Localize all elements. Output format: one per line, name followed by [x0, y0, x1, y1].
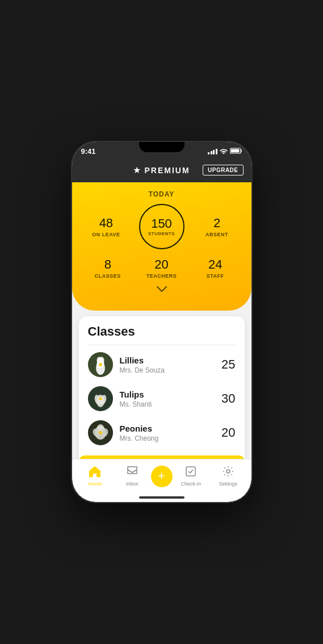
staff-stat: 24 STAFF [188, 257, 242, 279]
today-stats-section: TODAY 48 ON LEAVE 150 STUDENTS 2 ABSENT [72, 182, 251, 311]
classes-card: Classes Lillies [79, 316, 245, 459]
class-avatar-tulips [88, 386, 113, 411]
students-ring: 150 STUDENTS [139, 204, 184, 249]
svg-point-17 [99, 431, 102, 434]
staff-label: STAFF [188, 273, 242, 279]
chevron-down-icon[interactable] [81, 285, 242, 294]
status-icons [208, 148, 242, 155]
list-item[interactable]: Lillies Mrs. De Souza 25 [88, 348, 236, 382]
nav-item-inbox[interactable]: Inbox [114, 466, 151, 487]
class-avatar-peonies [88, 420, 113, 445]
bottom-nav: Home Inbox + Check-in Set [72, 459, 251, 493]
absent-number: 2 [192, 216, 242, 231]
class-name: Tulips [120, 390, 222, 399]
svg-rect-1 [230, 149, 239, 152]
class-count: 25 [221, 357, 235, 372]
classes-section-title: Classes [88, 324, 236, 339]
home-indicator [72, 493, 251, 502]
battery-icon [230, 148, 242, 155]
class-teacher: Ms. Shanti [120, 400, 222, 408]
class-avatar-lillies [88, 352, 113, 377]
bottom-stats-row: 8 CLASSES 20 TEACHERS 24 STAFF [81, 257, 242, 279]
add-button[interactable]: + [151, 466, 173, 487]
signal-bars-icon [208, 148, 217, 154]
on-leave-number: 48 [81, 216, 132, 231]
notch [139, 142, 184, 152]
home-icon [89, 466, 101, 480]
list-item[interactable]: Tulips Ms. Shanti 30 [88, 382, 236, 416]
class-info-peonies: Peonies Mrs. Cheong [120, 424, 222, 442]
absent-stat: 2 ABSENT [192, 216, 242, 237]
absent-label: ABSENT [192, 232, 242, 237]
class-count: 20 [221, 425, 235, 440]
svg-point-11 [99, 398, 102, 400]
header-title: PREMIUM [144, 166, 190, 175]
students-circle: 150 STUDENTS [131, 204, 192, 249]
class-info-lillies: Lillies Mrs. De Souza [120, 356, 222, 374]
inbox-icon [127, 466, 138, 480]
checkin-nav-label: Check-in [181, 481, 201, 487]
star-icon: ★ [133, 165, 141, 175]
staff-number: 24 [188, 257, 242, 272]
divider [88, 345, 236, 345]
teachers-number: 20 [135, 257, 188, 272]
home-nav-label: Home [88, 481, 102, 487]
top-stats-row: 48 ON LEAVE 150 STUDENTS 2 ABSENT [81, 204, 242, 249]
checkin-icon [185, 466, 196, 480]
svg-rect-18 [186, 467, 195, 476]
today-label: TODAY [81, 190, 242, 198]
teachers-label: TEACHERS [135, 273, 188, 279]
classes-label: CLASSES [81, 273, 135, 279]
svg-point-6 [99, 363, 102, 366]
on-leave-stat: 48 ON LEAVE [81, 216, 132, 237]
phone-frame: 9:41 ★ PREMIUM [71, 141, 253, 503]
nav-item-settings[interactable]: Settings [209, 466, 247, 487]
on-leave-label: ON LEAVE [81, 232, 132, 237]
class-count: 30 [221, 391, 235, 406]
students-number: 150 [151, 217, 172, 231]
settings-icon [223, 466, 234, 480]
nav-item-home[interactable]: Home [77, 466, 114, 487]
inbox-nav-label: Inbox [126, 481, 139, 487]
status-bar: 9:41 [72, 142, 251, 160]
classes-number: 8 [81, 257, 135, 272]
class-info-tulips: Tulips Ms. Shanti [120, 390, 222, 408]
class-teacher: Mrs. Cheong [120, 434, 222, 442]
teachers-stat: 20 TEACHERS [135, 257, 188, 279]
class-name: Peonies [120, 424, 222, 433]
status-time: 9:41 [81, 147, 96, 156]
svg-point-19 [226, 470, 230, 473]
wifi-icon [220, 148, 228, 155]
nav-item-checkin[interactable]: Check-in [173, 466, 210, 487]
premium-badge: ★ PREMIUM [133, 165, 190, 175]
class-name: Lillies [120, 356, 222, 365]
upgrade-button[interactable]: UPGRADE [203, 165, 244, 175]
classes-stat: 8 CLASSES [81, 257, 135, 279]
list-item[interactable]: Peonies Mrs. Cheong 20 [88, 416, 236, 450]
phone-screen: 9:41 ★ PREMIUM [72, 142, 251, 502]
content-area: Classes Lillies [72, 305, 251, 459]
students-label: STUDENTS [148, 231, 175, 236]
settings-nav-label: Settings [219, 481, 237, 487]
header: ★ PREMIUM UPGRADE [72, 160, 251, 182]
plus-icon: + [158, 470, 165, 482]
class-teacher: Mrs. De Souza [120, 366, 222, 374]
